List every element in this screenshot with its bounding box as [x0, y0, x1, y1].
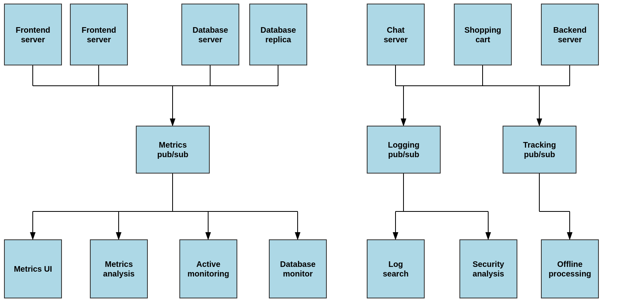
database-server: Databaseserver — [181, 4, 239, 65]
database-replica: Databasereplica — [249, 4, 307, 65]
metrics-pubsub: Metricspub/sub — [136, 126, 210, 174]
log-search: Logsearch — [367, 239, 425, 298]
metrics-ui: Metrics UI — [4, 239, 62, 298]
shopping-cart: Shoppingcart — [454, 4, 512, 65]
metrics-analysis: Metricsanalysis — [90, 239, 148, 298]
security-analysis: Securityanalysis — [459, 239, 517, 298]
backend-server: Backendserver — [541, 4, 599, 65]
tracking-pubsub: Trackingpub/sub — [503, 126, 576, 174]
frontend-server-2: Frontendserver — [70, 4, 128, 65]
database-monitor: Databasemonitor — [269, 239, 327, 298]
active-monitoring: Activemonitoring — [179, 239, 237, 298]
architecture-diagram: Frontendserver Frontendserver Databasese… — [0, 0, 644, 304]
frontend-server-1: Frontendserver — [4, 4, 62, 65]
offline-processing: Offlineprocessing — [541, 239, 599, 298]
chat-server: Chatserver — [367, 4, 425, 65]
logging-pubsub: Loggingpub/sub — [367, 126, 441, 174]
